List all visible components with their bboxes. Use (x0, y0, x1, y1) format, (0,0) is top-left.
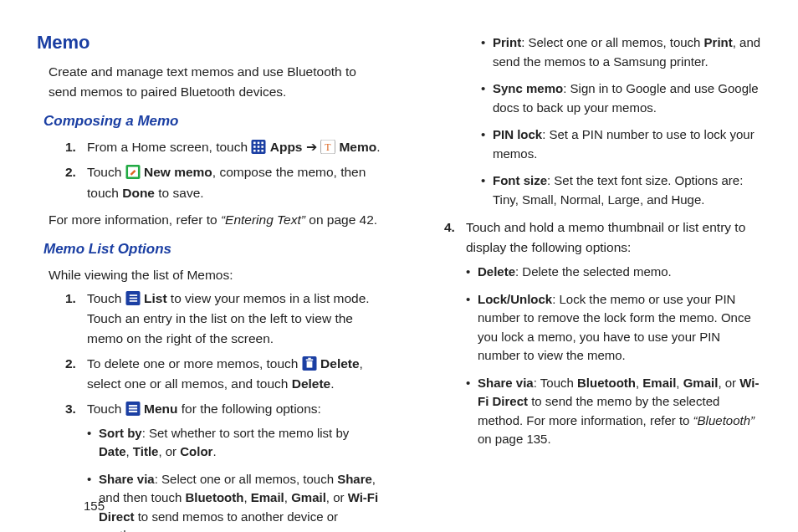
svg-rect-8 (258, 150, 260, 152)
text: , or (158, 444, 180, 458)
column-right: Print: Select one or all memos, touch Pr… (416, 28, 761, 515)
text: From a Home screen, touch (87, 140, 251, 154)
text: Touch (87, 291, 125, 305)
ref-quote: “Entering Text” (221, 212, 305, 227)
text: : Touch (534, 376, 577, 390)
print-label: Print (704, 35, 733, 49)
text: on page 42. (305, 212, 377, 227)
section-title: Memo (37, 28, 382, 57)
email-label: Email (251, 490, 284, 504)
option-name: Delete (478, 264, 515, 279)
step-text: From a Home screen, touch Apps ➔ T Memo. (87, 140, 381, 154)
text: on page 135. (478, 432, 551, 446)
apps-icon (251, 140, 266, 154)
svg-rect-4 (253, 146, 256, 149)
ref-quote: “Bluetooth” (693, 413, 755, 427)
step-number: 2. (65, 162, 76, 182)
svg-rect-19 (306, 361, 312, 368)
text: : Set whether to sort the memo list by (142, 426, 350, 440)
bullet-sync-memo: Sync memo: Sign in to Google and use Goo… (481, 79, 761, 117)
option-name: Share via (99, 472, 155, 486)
text: : Select one or all memos, touch (521, 35, 703, 49)
bullet-pin-lock: PIN lock: Set a PIN number to use to loc… (481, 125, 761, 163)
gmail-label: Gmail (291, 490, 326, 504)
svg-rect-2 (258, 142, 260, 145)
option-name: Print (493, 35, 521, 49)
step-number: 2. (65, 354, 76, 374)
manual-page: Memo Create and manage text memos and us… (0, 0, 798, 532)
bluetooth-label: Bluetooth (185, 490, 243, 504)
list-intro: While viewing the list of Memos: (49, 265, 382, 285)
bullet-share-via: Share via: Select one or all memos, touc… (87, 470, 382, 532)
text: For more information, refer to (49, 212, 221, 227)
text: Touch (87, 402, 125, 416)
step-number: 4. (444, 217, 455, 238)
new-memo-icon (125, 165, 141, 179)
option-name: Lock/Unlock (478, 292, 552, 306)
step-text: Touch List to view your memos in a list … (87, 291, 370, 345)
reference-entering-text: For more information, refer to “Entering… (49, 210, 382, 230)
text: To delete one or more memos, touch (87, 356, 302, 371)
new-memo-label: New memo (144, 165, 212, 179)
list-icon (125, 291, 141, 305)
svg-rect-3 (262, 142, 264, 145)
bullet-print: Print: Select one or all memos, touch Pr… (481, 33, 761, 71)
title-label: Title (133, 444, 159, 458)
email-label: Email (642, 376, 676, 390)
text: . (376, 140, 380, 154)
section-intro: Create and manage text memos and use Blu… (49, 62, 382, 102)
text: to save. (155, 186, 204, 200)
svg-rect-7 (253, 150, 256, 152)
bluetooth-label: Bluetooth (577, 376, 636, 390)
bullet-font-size: Font size: Set the text font size. Optio… (481, 171, 761, 209)
color-label: Color (180, 444, 212, 458)
delete-label-2: Delete (292, 376, 331, 391)
option-name: Sort by (99, 426, 142, 440)
subhead-list-options: Memo List Options (43, 238, 382, 260)
share-label: Share (337, 472, 372, 486)
apps-label: Apps (270, 140, 303, 154)
step-text: Touch New memo, compose the memo, then t… (87, 165, 366, 199)
delete-label: Delete (320, 356, 360, 371)
bullet-delete: Delete: Delete the selected memo. (466, 263, 761, 282)
compose-step-2: 2. Touch New memo, compose the memo, the… (65, 162, 382, 202)
date-label: Date (99, 444, 126, 458)
text: for the following options: (177, 402, 320, 416)
menu-label: Menu (144, 402, 177, 416)
text: . (212, 444, 216, 458)
option-name: Font size (493, 173, 547, 187)
list-step-2: 2. To delete one or more memos, touch De… (65, 354, 382, 394)
list-step-3: 3. Touch Menu for the following options:… (65, 399, 382, 532)
page-number: 155 (84, 496, 105, 515)
option-name: Share via (478, 376, 534, 390)
text: Touch (87, 165, 125, 179)
text: , or (326, 490, 348, 504)
text: , (126, 444, 133, 458)
text: : Delete the selected memo. (515, 264, 672, 279)
text: to send memos to another device or anoth… (99, 509, 338, 532)
memo-label: Memo (339, 140, 376, 154)
text: , (243, 490, 250, 504)
text: , (284, 490, 291, 504)
memo-icon: T (320, 140, 335, 154)
svg-rect-9 (262, 150, 264, 152)
list-label: List (144, 291, 167, 305)
subhead-composing: Composing a Memo (43, 110, 382, 132)
bullet-sort-by: Sort by: Set whether to sort the memo li… (87, 424, 382, 462)
step-text: Touch Menu for the following options: (87, 402, 321, 416)
svg-rect-1 (253, 142, 256, 145)
text: , (676, 376, 683, 390)
svg-rect-5 (258, 146, 260, 149)
bullet-share-via-2: Share via: Touch Bluetooth, Email, Gmail… (466, 374, 761, 449)
step-number: 1. (65, 289, 76, 309)
column-left: Memo Create and manage text memos and us… (37, 28, 382, 515)
step-text: Touch and hold a memo thumbnail or list … (466, 220, 745, 254)
arrow: ➔ (306, 140, 320, 154)
option-name: Sync memo (493, 81, 563, 95)
list-step-4: 4. Touch and hold a memo thumbnail or li… (444, 217, 761, 449)
bullet-lock-unlock: Lock/Unlock: Lock the memo or use your P… (466, 290, 761, 366)
text: . (330, 376, 334, 391)
option-name: PIN lock (493, 127, 542, 141)
svg-text:T: T (325, 141, 331, 153)
compose-step-1: 1. From a Home screen, touch Apps ➔ T Me… (65, 137, 382, 157)
